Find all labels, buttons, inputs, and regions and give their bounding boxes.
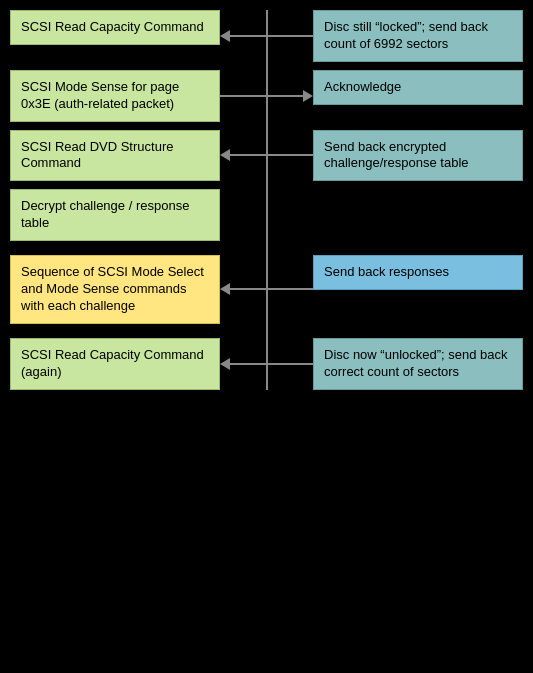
box-left-6: SCSI Read Capacity Command (again) [10, 338, 220, 390]
box-left-3: SCSI Read DVD Structure Command [10, 130, 220, 182]
diagram: SCSI Read Capacity Command Disc still “l… [10, 10, 523, 390]
box-left-4: Decrypt challenge / response table [10, 189, 220, 241]
box-right-2: Acknowledge [313, 70, 523, 105]
box-right-5: Disc now “unlocked”; send back correct c… [313, 338, 523, 390]
box-right-3: Send back encrypted challenge/response t… [313, 130, 523, 182]
box-left-1: SCSI Read Capacity Command [10, 10, 220, 45]
box-right-1: Disc still “locked”; send back count of … [313, 10, 523, 62]
box-right-4: Send back responses [313, 255, 523, 290]
box-left-5: Sequence of SCSI Mode Select and Mode Se… [10, 255, 220, 324]
box-left-2: SCSI Mode Sense for page 0x3E (auth-rela… [10, 70, 220, 122]
